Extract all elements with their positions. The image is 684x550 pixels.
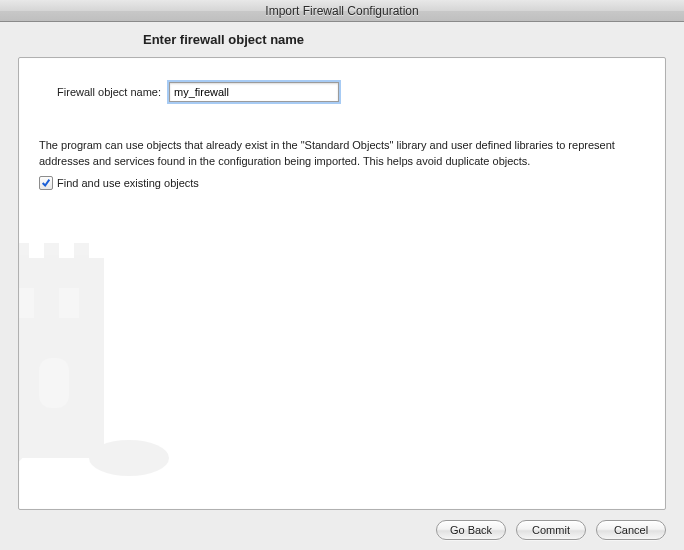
svg-point-3 xyxy=(89,440,169,476)
content-area: Enter firewall object name Firewall obje… xyxy=(0,22,684,550)
go-back-button[interactable]: Go Back xyxy=(436,520,506,540)
description-text: The program can use objects that already… xyxy=(39,138,645,170)
commit-button[interactable]: Commit xyxy=(516,520,586,540)
svg-point-4 xyxy=(18,438,24,468)
panel-inner: Firewall object name: The program can us… xyxy=(19,58,665,214)
svg-rect-0 xyxy=(18,288,34,318)
page-heading: Enter firewall object name xyxy=(143,32,666,47)
window-title: Import Firewall Configuration xyxy=(265,4,418,18)
main-panel: Firewall object name: The program can us… xyxy=(18,57,666,510)
use-existing-row: Find and use existing objects xyxy=(39,176,645,190)
svg-rect-2 xyxy=(39,358,69,408)
check-icon xyxy=(41,178,51,188)
button-bar: Go Back Commit Cancel xyxy=(18,520,666,540)
cancel-button[interactable]: Cancel xyxy=(596,520,666,540)
name-field-label: Firewall object name: xyxy=(39,86,169,98)
use-existing-label: Find and use existing objects xyxy=(57,177,199,189)
name-row: Firewall object name: xyxy=(39,82,645,102)
svg-rect-1 xyxy=(59,288,79,318)
castle-watermark xyxy=(18,198,169,478)
window-titlebar: Import Firewall Configuration xyxy=(0,0,684,22)
firewall-name-input[interactable] xyxy=(169,82,339,102)
use-existing-checkbox[interactable] xyxy=(39,176,53,190)
